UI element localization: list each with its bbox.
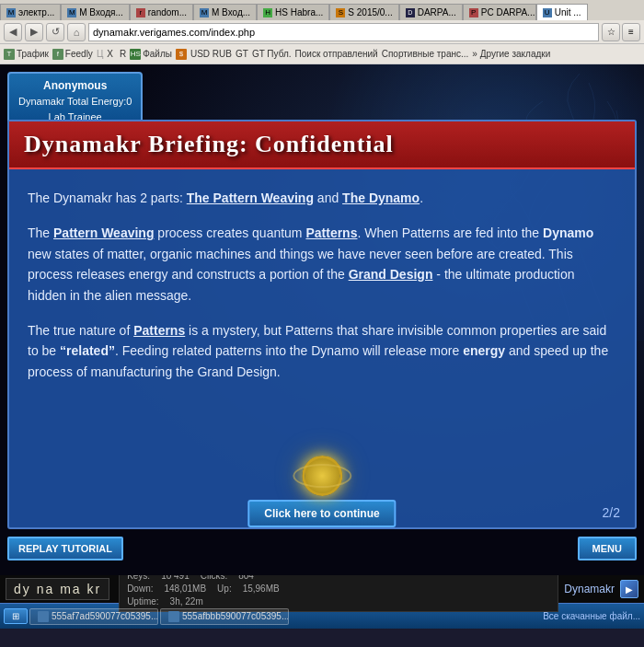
tab-4[interactable]: М М Вход...	[193, 4, 257, 20]
bookmark-star[interactable]: ☆	[602, 23, 620, 41]
bookmarks-bar: T Трафик f Feedly Ц X R HS Файлы $ USD R…	[0, 44, 644, 64]
bookmark-traffic[interactable]: T Трафик	[4, 49, 49, 60]
briefing-content: The Dynamakr has 2 parts: The Pattern We…	[9, 169, 635, 502]
address-text: dynamakr.verigames.com/index.php	[93, 27, 255, 38]
bookmark-hs[interactable]: HS Файлы	[130, 49, 172, 60]
bookmark-usdrub[interactable]: USD RUB	[190, 49, 232, 59]
tab-3[interactable]: r random...	[130, 4, 193, 20]
tab-favicon-7: D	[406, 8, 415, 17]
taskbar-item-1[interactable]: 555af7ad590077c05395...	[29, 608, 158, 625]
orbit-ring	[293, 464, 351, 488]
bookmark-icon-dollar: $	[176, 49, 187, 60]
taskbar-item-2[interactable]: 555afbbb590077c05395...	[160, 608, 289, 625]
energy-display: Dynamakr Total Energy:0	[18, 94, 132, 110]
settings-button[interactable]: ≡	[622, 23, 640, 41]
uptime-label: Uptime:	[127, 595, 158, 608]
browser-nav: ◀ ▶ ↺ ⌂ dynamakr.verigames.com/index.php…	[0, 20, 644, 44]
nav-icon-group: ☆ ≡	[602, 23, 640, 41]
continue-area: Click here to continue	[247, 456, 396, 527]
taskbar-downloads[interactable]: Все скачанные файл...	[543, 611, 640, 621]
up-label: Up:	[217, 583, 232, 595]
reload-button[interactable]: ↺	[46, 23, 64, 41]
tab-7[interactable]: D DARPA...	[399, 4, 463, 20]
briefing-paragraph-2: The Pattern Weaving process creates quan…	[28, 223, 616, 306]
bookmark-gt[interactable]: GT	[236, 49, 248, 59]
tab-favicon-6: S	[336, 8, 345, 17]
forward-button[interactable]: ▶	[25, 23, 43, 41]
tab-favicon-2: М	[67, 8, 76, 17]
bookmark-icon-feedly: f	[52, 49, 63, 60]
bookmark-search[interactable]: Поиск отправлений	[295, 49, 378, 59]
continue-button[interactable]: Click here to continue	[247, 500, 396, 527]
bookmark-r[interactable]: R	[120, 49, 126, 59]
back-button[interactable]: ◀	[4, 23, 22, 41]
text-input-display: dy na ma kr	[6, 578, 109, 600]
bottom-controls: REPLAY TUTORIAL MENU	[0, 529, 644, 568]
address-bar[interactable]: dynamakr.verigames.com/index.php	[88, 23, 599, 41]
tab-favicon-4: М	[200, 8, 209, 17]
taskbar-item-icon-2	[168, 611, 179, 622]
tab-favicon-1: М	[6, 8, 16, 17]
bookmark-icon-hs: HS	[130, 49, 141, 60]
username: Anonymous	[18, 77, 132, 94]
dynamakr-label: Dynamakr ▶	[564, 580, 638, 598]
bookmark-dollar[interactable]: $	[176, 49, 187, 60]
home-button[interactable]: ⌂	[67, 23, 86, 41]
tab-8[interactable]: P PC DARPA...	[463, 4, 536, 20]
briefing-header: Dynamakr Briefing: Confidential	[9, 121, 635, 169]
start-button[interactable]: ⊞	[4, 608, 28, 624]
bookmark-icon-traffic: T	[4, 49, 15, 60]
stats-row-3: Uptime: 3h, 22m	[127, 595, 550, 608]
tab-2[interactable]: М М Входя...	[61, 4, 129, 20]
briefing-paragraph-3: The true nature of Patterns is a mystery…	[28, 320, 616, 382]
menu-button[interactable]: MENU	[578, 537, 637, 560]
briefing-paragraph-1: The Dynamakr has 2 parts: The Pattern We…	[28, 188, 616, 208]
tab-5[interactable]: H HS Habra...	[257, 4, 329, 20]
status-bar: dy na ma kr Keys: 10 491 Clicks: 804 Dow…	[0, 575, 644, 603]
dynamakr-icon: ▶	[620, 580, 638, 598]
dynamo-link[interactable]: The Dynamo	[342, 191, 420, 205]
bookmark-feedly[interactable]: f Feedly	[52, 49, 93, 60]
tab-favicon-5: H	[263, 8, 272, 17]
replay-tutorial-button[interactable]: REPLAY TUTORIAL	[7, 537, 123, 560]
game-area: Anonymous Dynamakr Total Energy:0 Lab Tr…	[0, 64, 644, 575]
down-value: 148,01MB	[165, 583, 207, 595]
tab-6[interactable]: S S 2015/0...	[329, 4, 398, 20]
briefing-title: Dynamakr Briefing: Confidential	[24, 131, 620, 158]
pattern-weaving-link[interactable]: The Pattern Weaving	[187, 191, 314, 205]
taskbar-item-icon-1	[38, 611, 49, 622]
tab-favicon-3: r	[136, 8, 145, 17]
orbit-container	[302, 456, 342, 496]
bookmark-gt-publ[interactable]: GT Публ.	[252, 49, 292, 59]
bookmark-sports[interactable]: Спортивные транс...	[382, 49, 469, 59]
browser-tabs: М электр... М М Входя... r random... М М…	[0, 0, 644, 20]
bookmark-other[interactable]: » Другие закладки	[472, 49, 550, 59]
up-value: 15,96MB	[243, 583, 280, 595]
down-label: Down:	[127, 583, 153, 595]
taskbar-right: Все скачанные файл...	[543, 611, 640, 621]
tab-1[interactable]: М электр...	[0, 4, 61, 20]
bookmark-x[interactable]: X	[107, 49, 113, 59]
tab-favicon-9: U	[543, 8, 552, 17]
tab-9[interactable]: U Unit ...	[536, 4, 588, 20]
stats-row-2: Down: 148,01MB Up: 15,96MB	[127, 583, 550, 595]
uptime-value: 3h, 22m	[170, 595, 203, 608]
tab-favicon-8: P	[469, 8, 478, 17]
